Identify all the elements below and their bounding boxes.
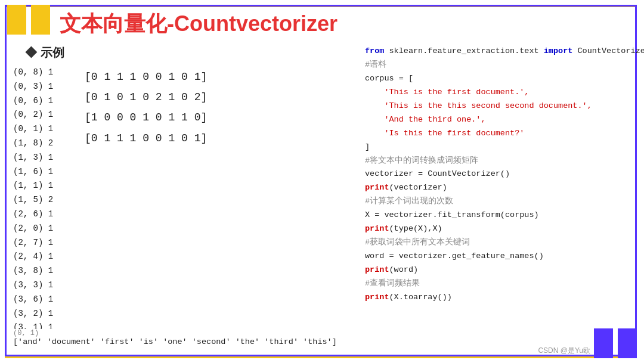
code-line: #获取词袋中所有文本关键词 [365, 236, 644, 250]
code-line: from sklearn.feature_extraction.text imp… [365, 45, 644, 58]
matrix-row: [0 1 0 1 0 2 1 0 2] [85, 87, 207, 107]
code-line: #计算某个词出现的次数 [365, 195, 644, 209]
sparse-row: (0, 3) 1 [13, 80, 76, 94]
matrix-row: [0 1 1 1 0 0 1 0 1] [85, 128, 207, 148]
code-line: 'This is the this second second document… [365, 100, 644, 113]
code-line: #语料 [365, 58, 644, 72]
code-line: vectorizer = CountVectorizer() [365, 167, 644, 181]
sparse-row: (2, 7) 1 [13, 236, 76, 250]
right-panel: from sklearn.feature_extraction.text imp… [359, 42, 644, 351]
code-line: word = vectorizer.get_feature_names() [365, 250, 644, 263]
sparse-row: (3, 3) 1 [13, 278, 76, 293]
quote-right-icon [31, 5, 50, 35]
sparse-row: (0, 8) 1 [13, 66, 76, 80]
code-line: print(vectorizer) [365, 181, 644, 195]
page-title: 文本向量化-Countvectorizer [60, 10, 338, 39]
watermark: CSDN @是Yu欧 [538, 346, 590, 356]
left-panel: 示例 (0, 8) 1(0, 3) 1(0, 6) 1(0, 2) 1(0, 1… [7, 42, 353, 351]
sparse-row: (3, 2) 1 [13, 307, 76, 321]
matrix-row: [0 1 1 1 0 0 1 0 1] [85, 67, 207, 87]
sparse-row: (1, 6) 1 [13, 165, 76, 179]
code-line: 'Is this the first document?' [365, 127, 644, 141]
sparse-row: (0, 6) 1 [13, 94, 76, 108]
code-line: #将文本中的词转换成词频矩阵 [365, 154, 644, 168]
quote-left-icon [7, 5, 26, 35]
sparse-row: (2, 0) 1 [13, 222, 76, 236]
code-line: print(type(X),X) [365, 222, 644, 236]
header: 文本向量化-Countvectorizer [60, 6, 632, 42]
sparse-list: (0, 8) 1(0, 3) 1(0, 6) 1(0, 2) 1(0, 1) 1… [13, 66, 79, 335]
code-line: print(word) [365, 263, 644, 277]
code-line: ] [365, 141, 644, 154]
sparse-row: (0, 2) 1 [13, 108, 76, 122]
sparse-row: (2, 6) 1 [13, 207, 76, 222]
sparse-row: (1, 5) 2 [13, 193, 76, 207]
sparse-row: (0, 1) 1 [13, 122, 76, 136]
dense-matrix: [0 1 1 1 0 0 1 0 1][0 1 0 1 0 2 1 0 2][1… [85, 67, 207, 148]
sparse-row: (1, 1) 1 [13, 179, 76, 193]
code-line: 'This is the first document.', [365, 86, 644, 100]
sparse-row: (3, 8) 1 [13, 264, 76, 278]
code-line: corpus = [ [365, 72, 644, 86]
sparse-row: (2, 4) 1 [13, 250, 76, 264]
code-line: X = vectorizer.fit_transform(corpus) [365, 209, 644, 222]
words-line: ['and' 'document' 'first' 'is' 'one' 'se… [13, 337, 337, 346]
code-line: print(X.toarray()) [365, 291, 644, 305]
matrix-area: (0, 8) 1(0, 3) 1(0, 6) 1(0, 2) 1(0, 1) 1… [13, 66, 347, 335]
matrix-row: [1 0 0 0 1 0 1 1 0] [85, 107, 207, 128]
code-line: 'And the third one.', [365, 113, 644, 127]
example-label: 示例 [25, 45, 347, 61]
sparse-row: (1, 3) 1 [13, 151, 76, 165]
words-area: (0, 1) ['and' 'document' 'first' 'is' 'o… [13, 329, 344, 346]
code-line: #查看词频结果 [365, 277, 644, 291]
sparse-row: (1, 8) 2 [13, 136, 76, 151]
content-area: 示例 (0, 8) 1(0, 3) 1(0, 6) 1(0, 2) 1(0, 1… [7, 42, 637, 351]
sparse-row: (3, 6) 1 [13, 293, 76, 307]
quote-br2-icon [594, 328, 613, 358]
quote-br1-icon [618, 328, 637, 358]
